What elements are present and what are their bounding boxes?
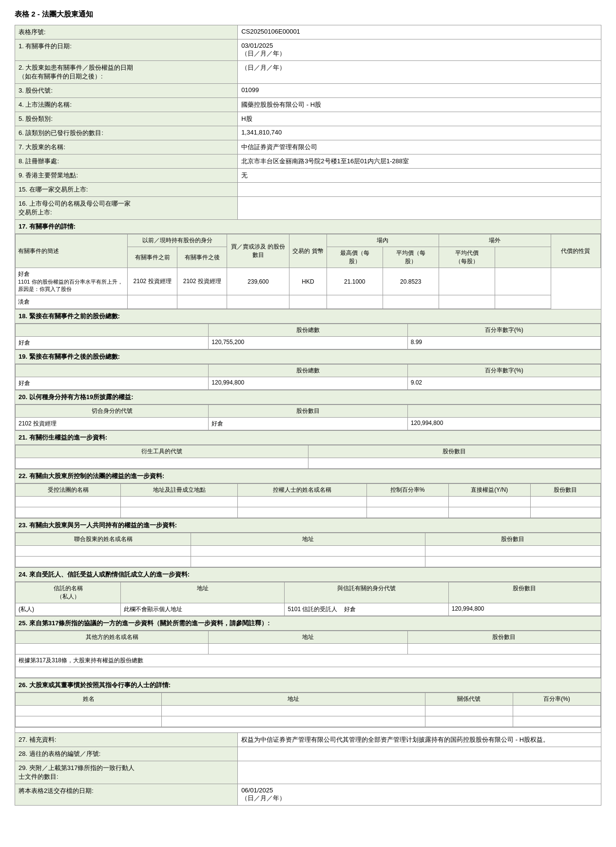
- row-value: 中信証券資产管理有限公司: [238, 140, 601, 154]
- section26-inner-table: 姓名 地址 關係代號 百分率(%): [15, 693, 601, 727]
- s19-r0c0: 好倉: [16, 377, 209, 390]
- before-2: [127, 295, 177, 309]
- s21-empty-1: [308, 458, 601, 469]
- row-label: 15. 在哪一家交易所上市:: [15, 183, 238, 197]
- s23-h0: 聯合股東的姓名或名稱: [16, 533, 191, 546]
- section24-content: 信託的名稱 （私人） 地址 與信託有關的身分代號 股份數目 (私人) 此欄不會顯…: [15, 582, 601, 616]
- section19-label: 19. 緊接在有關事件之後的股份總數:: [15, 350, 601, 364]
- spacer: [15, 728, 601, 733]
- col-after-header: 有關事件之後: [177, 247, 227, 268]
- row-value: 03/01/2025 （日／月／年）: [238, 39, 601, 61]
- col-avg-price-out-header: 平均代價 （每股）: [439, 247, 495, 268]
- col-outdoor-header: 場外: [439, 234, 551, 247]
- s22-empty-0: [16, 497, 121, 507]
- col-identity-header: 以前／現時持有股份的身分: [127, 234, 227, 247]
- s18-h0: [16, 324, 209, 337]
- section20-data-row: 2102 投資經理 好倉 120,994,800: [16, 418, 601, 430]
- s18-r0c1: 120,755,200: [209, 337, 407, 349]
- s26-empty-0: [16, 706, 162, 716]
- col-currency-header: 交易的 貨幣: [289, 234, 327, 268]
- table-row: 表格序號: CS20250106E00001: [15, 25, 601, 39]
- section20-header-row: 20. 以何種身分持有方格19所披露的權益:: [15, 390, 601, 404]
- table-row: 1. 有關事件的日期: 03/01/2025 （日／月／年）: [15, 39, 601, 61]
- s19-r0c1: 120,994,800: [209, 377, 407, 390]
- section28-value: [238, 747, 601, 761]
- section19-inner-table: 股份總數 百分率數字(%) 好倉 120,994,800 9.02: [15, 364, 601, 390]
- spacer-row: [15, 728, 601, 733]
- section17-label: 17. 有關事件的詳情:: [15, 220, 601, 234]
- s26-h2: 關係代號: [425, 693, 513, 706]
- section23-table-row: 聯合股東的姓名或名稱 地址 股份數目: [15, 533, 601, 568]
- section18-header-row: 18. 緊接在有關事件之前的股份總數:: [15, 309, 601, 324]
- section17-inner-table: 有關事件的簡述 以前／現時持有股份的身分 買／賣或涉及 的股份數目 交易的 貨幣…: [15, 234, 601, 309]
- section24-header: 信託的名稱 （私人） 地址 與信託有關的身分代號 股份數目: [16, 582, 601, 603]
- section21-table-row: 衍生工具的代號 股份數目: [15, 445, 601, 469]
- s20-h0: 切合身分的代號: [16, 405, 209, 418]
- section17-header-row: 17. 有關事件的詳情:: [15, 220, 601, 234]
- type-label-text-1: 好倉: [18, 270, 30, 277]
- row-label: 16. 上市母公司的名稱及母公司在哪一家 交易所上市:: [15, 197, 238, 220]
- s23-empty-0: [16, 546, 191, 557]
- row-label: 1. 有關事件的日期:: [15, 39, 238, 61]
- table-row: 6. 該類別的已發行股份的數目: 1,341,810,740: [15, 126, 601, 140]
- row-value: 國藥控股股份有限公司 - H股: [238, 98, 601, 112]
- row-value: 无: [238, 169, 601, 183]
- s20-r0c0: 2102 投資經理: [16, 418, 209, 430]
- avg-price-out-1: [439, 268, 495, 295]
- s25-h0: 其他方的姓名或名稱: [16, 631, 209, 644]
- s22-empty-1: [121, 497, 238, 507]
- section19-data-row: 好倉 120,994,800 9.02: [16, 377, 601, 390]
- section19-content: 股份總數 百分率數字(%) 好倉 120,994,800 9.02: [15, 364, 601, 390]
- s22-empty2-5: [530, 507, 600, 518]
- s26-empty2-2: [425, 716, 513, 727]
- table-row: 5. 股份類別: H股: [15, 112, 601, 126]
- table-row: 16. 上市母公司的名稱及母公司在哪一家 交易所上市:: [15, 197, 601, 220]
- avg-price-out-2: [439, 295, 495, 309]
- section18-label: 18. 緊接在有關事件之前的股份總數:: [15, 309, 601, 324]
- section29-value: [238, 761, 601, 784]
- s26-h0: 姓名: [16, 693, 162, 706]
- s18-h1: 股份總數: [209, 324, 407, 337]
- section29-row: 29. 夾附／上載第317條所指的一致行動人 士文件的數目:: [15, 761, 601, 784]
- table-row: 7. 大股東的名稱: 中信証券資产管理有限公司: [15, 140, 601, 154]
- row-label: 4. 上市法團的名稱:: [15, 98, 238, 112]
- s26-h1: 地址: [162, 693, 425, 706]
- section25-header-row: 25. 來自第317條所指的協議的一方的進一步資料（關於所需的進一步資料，請參閱…: [15, 616, 601, 631]
- s19-r0c2: 9.02: [407, 377, 600, 390]
- section17-data-row-1: 好倉 1101 你的股份權益的百分率水平有所上升，原因是：你買入了股份 2102…: [16, 268, 601, 295]
- col-consideration-sub-header: [495, 247, 551, 268]
- row-value: 1,341,810,740: [238, 126, 601, 140]
- s23-empty2-2: [425, 557, 600, 567]
- row-label: 2. 大股東如患有關事件／股份權益的日期 （如在有關事件的日期之後）:: [15, 61, 238, 84]
- s20-r0c2: 120,994,800: [407, 418, 600, 430]
- s22-h0: 受控法團的名稱: [16, 484, 121, 497]
- s22-h4: 直接權益(Y/N): [448, 484, 530, 497]
- s22-h3: 控制百分率%: [366, 484, 448, 497]
- s22-h1: 地址及註冊成立地點: [121, 484, 238, 497]
- section22-content: 受控法團的名稱 地址及註冊成立地點 控權人士的姓名或名稱 控制百分率% 直接權益…: [15, 483, 601, 519]
- section21-empty-row: [16, 458, 601, 469]
- section17-content: 有關事件的簡述 以前／現時持有股份的身分 買／賣或涉及 的股份數目 交易的 貨幣…: [15, 234, 601, 309]
- max-price-2: [327, 295, 383, 309]
- after-1: 2102 投資經理: [177, 268, 227, 295]
- s26-empty2-3: [513, 716, 600, 727]
- col-description-header: 有關事件的簡述: [16, 234, 128, 268]
- s24-h0: 信託的名稱 （私人）: [16, 582, 121, 603]
- section18-content: 股份總數 百分率數字(%) 好倉 120,755,200 8.99: [15, 324, 601, 350]
- s25-sub2-label: 根據第317及318條，大股東持有權益的股份總數: [16, 654, 601, 667]
- section27-label: 27. 補充資料:: [15, 733, 238, 747]
- s19-h0: [16, 365, 209, 377]
- row-value: [238, 197, 601, 220]
- s26-empty2-0: [16, 716, 162, 727]
- row-label: 5. 股份類別:: [15, 112, 238, 126]
- section27-value: 权益为中信证券资产管理有限公司代其管理的全部资产管理计划披露持有的国药控股股份有…: [238, 733, 601, 747]
- s25-empty-1: [209, 644, 407, 654]
- row-label: 表格序號:: [15, 25, 238, 39]
- section26-content: 姓名 地址 關係代號 百分率(%): [15, 693, 601, 728]
- qty-2: [227, 295, 289, 309]
- avg-price-in-1: 20.8523: [383, 268, 439, 295]
- s19-h2: 百分率數字(%): [407, 365, 600, 377]
- s22-empty2-3: [366, 507, 448, 518]
- s23-empty-2: [425, 546, 600, 557]
- section18-inner-table: 股份總數 百分率數字(%) 好倉 120,755,200 8.99: [15, 324, 601, 349]
